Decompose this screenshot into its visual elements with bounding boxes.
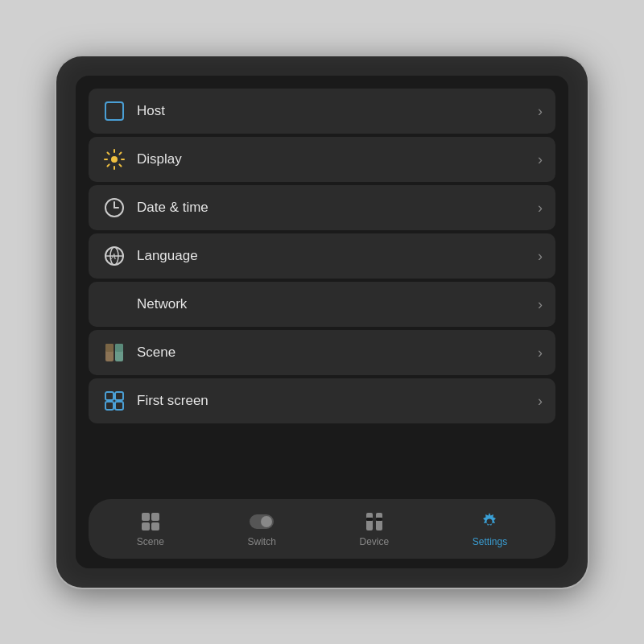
- menu-item-display-label: Display: [137, 151, 538, 167]
- svg-point-1: [111, 156, 118, 163]
- menu-item-language-label: Language: [137, 248, 538, 264]
- firstscreen-chevron: ›: [538, 393, 543, 410]
- menu-item-display[interactable]: Display ›: [89, 137, 555, 182]
- nav-scene-label: Scene: [137, 536, 164, 547]
- svg-rect-26: [151, 513, 159, 521]
- nav-device-icon: [363, 510, 386, 533]
- menu-item-scene-label: Scene: [137, 345, 538, 361]
- menu-item-firstscreen-label: First screen: [137, 393, 538, 409]
- device-frame: Host ›: [56, 56, 588, 588]
- svg-rect-27: [142, 522, 150, 530]
- screen: Host ›: [76, 76, 568, 568]
- svg-rect-24: [115, 402, 123, 410]
- svg-rect-20: [115, 344, 123, 352]
- host-chevron: ›: [538, 103, 543, 120]
- svg-rect-0: [105, 102, 123, 120]
- menu-item-host-label: Host: [137, 103, 538, 119]
- network-icon: [101, 291, 127, 317]
- firstscreen-icon: [101, 388, 127, 414]
- svg-rect-25: [142, 513, 150, 521]
- svg-line-6: [108, 153, 109, 155]
- nav-item-switch[interactable]: Switch: [234, 507, 288, 551]
- datetime-icon: [101, 195, 127, 221]
- nav-settings-icon: [478, 510, 501, 533]
- svg-line-8: [119, 153, 121, 155]
- svg-rect-32: [376, 513, 382, 530]
- scene-icon: [101, 340, 127, 365]
- menu-item-datetime[interactable]: Date & time ›: [89, 185, 555, 230]
- nav-switch-label: Switch: [247, 536, 275, 547]
- datetime-chevron: ›: [538, 200, 543, 217]
- svg-line-9: [108, 164, 109, 166]
- svg-rect-19: [105, 344, 114, 352]
- svg-rect-34: [376, 518, 382, 521]
- menu-item-scene[interactable]: Scene ›: [89, 330, 555, 375]
- svg-rect-28: [151, 522, 159, 530]
- menu-list: Host ›: [89, 89, 555, 489]
- language-icon: A: [101, 243, 127, 269]
- svg-point-30: [261, 516, 272, 527]
- menu-item-host[interactable]: Host ›: [89, 89, 555, 134]
- nav-scene-icon: [139, 510, 162, 533]
- menu-item-firstscreen[interactable]: First screen ›: [89, 378, 555, 423]
- nav-item-settings[interactable]: Settings: [460, 507, 520, 551]
- nav-device-label: Device: [359, 536, 389, 547]
- menu-item-datetime-label: Date & time: [137, 200, 538, 216]
- display-chevron: ›: [538, 151, 543, 168]
- scene-chevron: ›: [538, 345, 543, 361]
- svg-rect-23: [105, 402, 114, 410]
- svg-line-7: [119, 164, 121, 166]
- svg-rect-21: [105, 392, 114, 400]
- nav-item-scene[interactable]: Scene: [124, 507, 177, 551]
- svg-point-36: [487, 519, 493, 525]
- language-chevron: ›: [538, 248, 543, 265]
- menu-item-network-label: Network: [137, 296, 538, 312]
- nav-switch-icon: [250, 510, 273, 533]
- nav-item-device[interactable]: Device: [346, 507, 402, 551]
- menu-item-network[interactable]: Network ›: [89, 282, 555, 327]
- menu-item-language[interactable]: A Language ›: [89, 233, 555, 279]
- host-icon: [101, 98, 127, 124]
- bottom-nav: Scene Switch: [89, 499, 555, 559]
- network-chevron: ›: [538, 296, 543, 313]
- svg-rect-33: [366, 518, 373, 521]
- display-icon: [101, 147, 127, 172]
- svg-rect-31: [366, 513, 373, 530]
- svg-rect-22: [115, 392, 123, 400]
- nav-settings-label: Settings: [473, 536, 507, 547]
- svg-text:A: A: [110, 252, 117, 261]
